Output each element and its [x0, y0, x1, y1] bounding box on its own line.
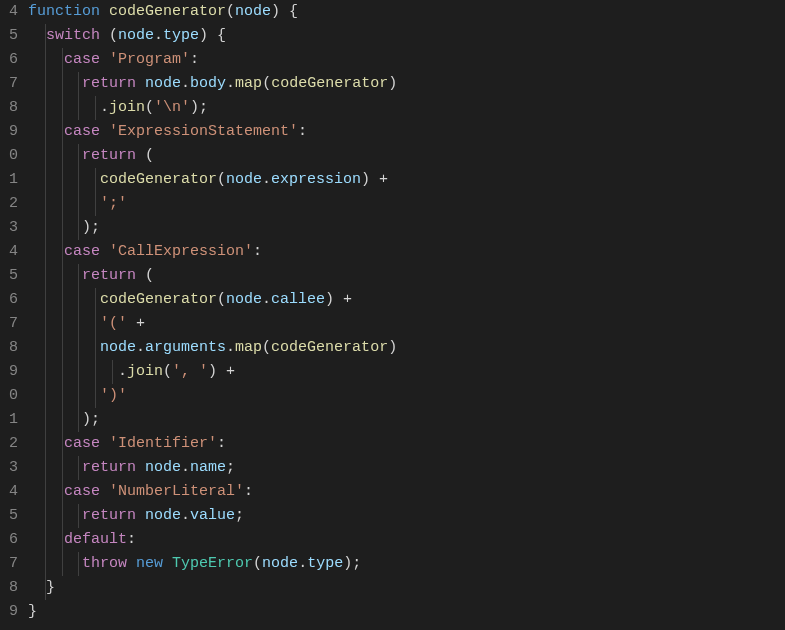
- token: [28, 555, 82, 572]
- indent-guide: [62, 144, 63, 168]
- token: node: [226, 171, 262, 188]
- token: case: [64, 483, 100, 500]
- token: return: [82, 267, 136, 284]
- indent-guide: [62, 120, 63, 144]
- code-line[interactable]: return (: [28, 264, 785, 288]
- indent-guide: [45, 456, 46, 480]
- indent-guide: [78, 264, 79, 288]
- code-line[interactable]: function codeGenerator(node) {: [28, 0, 785, 24]
- indent-guide: [62, 264, 63, 288]
- code-line[interactable]: node.arguments.map(codeGenerator): [28, 336, 785, 360]
- line-number: 8: [0, 336, 18, 360]
- code-line[interactable]: return (: [28, 144, 785, 168]
- indent-guide: [62, 384, 63, 408]
- token: ')': [100, 387, 127, 404]
- code-line[interactable]: codeGenerator(node.expression) +: [28, 168, 785, 192]
- token: [28, 195, 100, 212]
- token: codeGenerator: [271, 339, 388, 356]
- token: switch: [46, 27, 100, 44]
- indent-guide: [78, 336, 79, 360]
- code-line[interactable]: .join(', ') +: [28, 360, 785, 384]
- token: [100, 51, 109, 68]
- token: case: [64, 123, 100, 140]
- token: (: [217, 171, 226, 188]
- indent-guide: [95, 168, 96, 192]
- code-editor[interactable]: 45678901234567890123456789 function code…: [0, 0, 785, 630]
- indent-guide: [45, 96, 46, 120]
- code-line[interactable]: case 'Program':: [28, 48, 785, 72]
- token: :: [244, 483, 253, 500]
- token: [28, 483, 64, 500]
- token: :: [253, 243, 262, 260]
- token: name: [190, 459, 226, 476]
- token: [28, 459, 82, 476]
- code-line[interactable]: case 'Identifier':: [28, 432, 785, 456]
- indent-guide: [62, 552, 63, 576]
- line-number: 7: [0, 552, 18, 576]
- token: 'Program': [109, 51, 190, 68]
- code-line[interactable]: return node.value;: [28, 504, 785, 528]
- token: (: [136, 267, 154, 284]
- code-line[interactable]: ';': [28, 192, 785, 216]
- token: map: [235, 339, 262, 356]
- token: }: [28, 603, 37, 620]
- indent-guide: [78, 168, 79, 192]
- code-line[interactable]: }: [28, 576, 785, 600]
- token: default: [64, 531, 127, 548]
- indent-guide: [45, 240, 46, 264]
- token: codeGenerator: [100, 291, 217, 308]
- token: [28, 27, 46, 44]
- token: [28, 147, 82, 164]
- line-number: 5: [0, 504, 18, 528]
- token: [28, 171, 100, 188]
- token: [100, 123, 109, 140]
- code-line[interactable]: case 'NumberLiteral':: [28, 480, 785, 504]
- indent-guide: [95, 360, 96, 384]
- token: .: [226, 339, 235, 356]
- token: (: [100, 27, 118, 44]
- token: codeGenerator: [100, 171, 217, 188]
- token: .: [28, 99, 109, 116]
- code-line[interactable]: ')': [28, 384, 785, 408]
- code-line[interactable]: );: [28, 216, 785, 240]
- indent-guide: [78, 96, 79, 120]
- code-line[interactable]: );: [28, 408, 785, 432]
- token: case: [64, 243, 100, 260]
- token: node: [145, 507, 181, 524]
- code-line[interactable]: case 'ExpressionStatement':: [28, 120, 785, 144]
- token: TypeError: [172, 555, 253, 572]
- indent-guide: [62, 288, 63, 312]
- token: '(': [100, 315, 127, 332]
- token: .: [181, 459, 190, 476]
- token: value: [190, 507, 235, 524]
- indent-guide: [45, 408, 46, 432]
- code-line[interactable]: return node.name;: [28, 456, 785, 480]
- token: :: [127, 531, 136, 548]
- indent-guide: [95, 288, 96, 312]
- token: case: [64, 51, 100, 68]
- token: ) +: [325, 291, 352, 308]
- token: [136, 459, 145, 476]
- code-line[interactable]: '(' +: [28, 312, 785, 336]
- token: '\n': [154, 99, 190, 116]
- code-line[interactable]: throw new TypeError(node.type);: [28, 552, 785, 576]
- code-line[interactable]: return node.body.map(codeGenerator): [28, 72, 785, 96]
- code-area[interactable]: function codeGenerator(node) { switch (n…: [28, 0, 785, 630]
- token: :: [298, 123, 307, 140]
- code-line[interactable]: }: [28, 600, 785, 624]
- token: (: [226, 3, 235, 20]
- indent-guide: [62, 504, 63, 528]
- line-number: 6: [0, 48, 18, 72]
- line-number: 6: [0, 288, 18, 312]
- indent-guide: [45, 192, 46, 216]
- code-line[interactable]: .join('\n');: [28, 96, 785, 120]
- code-line[interactable]: case 'CallExpression':: [28, 240, 785, 264]
- code-line[interactable]: codeGenerator(node.callee) +: [28, 288, 785, 312]
- code-line[interactable]: default:: [28, 528, 785, 552]
- indent-guide: [45, 504, 46, 528]
- token: node: [145, 459, 181, 476]
- indent-guide: [62, 360, 63, 384]
- code-line[interactable]: switch (node.type) {: [28, 24, 785, 48]
- indent-guide: [62, 168, 63, 192]
- token: );: [190, 99, 208, 116]
